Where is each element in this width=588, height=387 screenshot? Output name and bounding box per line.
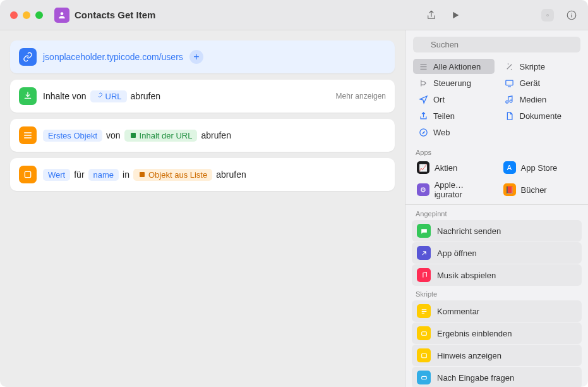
pinned-list: Nachricht senden App öffnen Musik abspie…	[405, 220, 588, 286]
books-icon: 📕	[503, 183, 516, 196]
category-device[interactable]: Gerät	[500, 75, 581, 90]
message-icon	[417, 224, 431, 238]
action-text: abrufen	[216, 169, 246, 180]
category-share[interactable]: Teilen	[413, 108, 495, 123]
app-stocks[interactable]: 📈 Aktien	[413, 159, 495, 176]
info-button[interactable]	[565, 9, 578, 22]
fullscreen-window-button[interactable]	[35, 11, 43, 19]
safari-icon	[418, 127, 428, 137]
workflow-canvas[interactable]: jsonplaceholder.typicode.com/users + Inh…	[0, 30, 405, 387]
svg-rect-4	[25, 171, 30, 177]
svg-rect-5	[140, 172, 145, 177]
category-location[interactable]: Ort	[413, 92, 495, 107]
app-appstore[interactable]: A App Store	[500, 159, 581, 176]
search-input[interactable]	[413, 37, 580, 52]
category-documents[interactable]: Dokumente	[500, 108, 581, 123]
wand-icon	[505, 61, 515, 71]
scripts-section-label: Skripte	[405, 286, 588, 300]
category-scripts[interactable]: Skripte	[500, 59, 581, 74]
action-open-app[interactable]: App öffnen	[412, 242, 582, 264]
value-token[interactable]: Wert	[43, 169, 70, 181]
url-token[interactable]: URL	[90, 90, 127, 102]
action-get-contents[interactable]: Inhalte von URL abrufen Mehr anzeigen	[10, 80, 395, 113]
download-icon	[19, 87, 37, 105]
configurator-icon: ⚙	[417, 183, 429, 196]
scripts-list: Kommentar Ergebnis einblenden Hinweis an…	[405, 300, 588, 387]
window-title: Contacts Get Item	[75, 9, 155, 20]
share-icon	[418, 111, 428, 121]
add-url-button[interactable]: +	[189, 50, 203, 64]
apps-grid: 📈 Aktien A App Store ⚙ Apple…igurator 📕 …	[405, 159, 588, 204]
branch-icon	[418, 78, 428, 88]
list-object-token[interactable]: Objekt aus Liste	[133, 169, 212, 181]
location-icon	[418, 94, 428, 104]
share-button[interactable]	[425, 9, 438, 22]
desktop-icon	[505, 78, 515, 88]
music-play-icon	[417, 268, 431, 282]
titlebar: Contacts Get Item	[0, 0, 588, 30]
music-icon	[505, 94, 515, 104]
appstore-icon: A	[503, 161, 516, 174]
comment-icon	[417, 304, 431, 318]
pinned-section-label: Angepinnt	[405, 206, 588, 220]
list-icon	[418, 61, 428, 71]
category-control[interactable]: Steuerung	[413, 75, 495, 90]
action-ask-input[interactable]: Nach Eingabe fragen	[412, 367, 582, 387]
action-comment[interactable]: Kommentar	[412, 300, 582, 322]
traffic-lights	[10, 11, 43, 19]
action-first-item[interactable]: Erstes Objekt von Inhalt der URL abrufen	[10, 119, 395, 152]
open-icon	[417, 246, 431, 260]
url-content-token[interactable]: Inhalt der URL	[124, 130, 198, 142]
svg-rect-9	[421, 331, 426, 335]
action-text: Inhalte von	[43, 91, 87, 101]
action-send-message[interactable]: Nachricht senden	[412, 220, 582, 242]
action-text: abrufen	[201, 130, 231, 140]
input-icon	[417, 371, 431, 384]
close-window-button[interactable]	[10, 11, 18, 19]
play-button[interactable]	[449, 9, 462, 22]
category-all-actions[interactable]: Alle Aktionen	[413, 59, 495, 74]
shortcut-app-icon	[54, 8, 69, 23]
result-icon	[417, 326, 431, 340]
svg-rect-10	[421, 353, 426, 358]
svg-rect-3	[131, 133, 136, 138]
svg-rect-7	[506, 80, 513, 85]
apps-section-label: Apps	[405, 145, 588, 159]
category-web[interactable]: Web	[413, 125, 495, 140]
action-text: in	[123, 169, 129, 180]
action-library-sidebar: Alle Aktionen Skripte Steuerung Gerät Or…	[405, 30, 588, 387]
show-more-button[interactable]: Mehr anzeigen	[336, 92, 386, 101]
action-show-alert[interactable]: Hinweis anzeigen	[412, 345, 582, 366]
action-play-music[interactable]: Musik abspielen	[412, 264, 582, 286]
library-button[interactable]	[541, 9, 554, 22]
category-grid: Alle Aktionen Skripte Steuerung Gerät Or…	[405, 59, 588, 145]
category-media[interactable]: Medien	[500, 92, 581, 107]
svg-rect-11	[421, 376, 426, 379]
svg-point-0	[61, 12, 64, 15]
link-icon	[19, 48, 37, 66]
stocks-icon: 📈	[417, 161, 429, 174]
first-object-token[interactable]: Erstes Objekt	[43, 130, 102, 142]
app-configurator[interactable]: ⚙ Apple…igurator	[413, 178, 495, 202]
action-text: abrufen	[131, 91, 160, 101]
action-url[interactable]: jsonplaceholder.typicode.com/users +	[10, 40, 395, 73]
action-text: für	[74, 169, 84, 180]
action-show-result[interactable]: Ergebnis einblenden	[412, 322, 582, 344]
svg-rect-1	[547, 15, 549, 16]
app-books[interactable]: 📕 Bücher	[500, 178, 581, 202]
alert-icon	[417, 348, 431, 362]
document-icon	[505, 111, 515, 121]
dictionary-icon	[19, 166, 37, 183]
list-icon	[19, 126, 37, 144]
url-value[interactable]: jsonplaceholder.typicode.com/users	[43, 52, 183, 62]
minimize-window-button[interactable]	[23, 11, 30, 19]
action-get-value[interactable]: Wert für name in Objekt aus Liste abrufe…	[10, 158, 395, 191]
name-token[interactable]: name	[88, 169, 119, 181]
action-text: von	[106, 130, 121, 140]
